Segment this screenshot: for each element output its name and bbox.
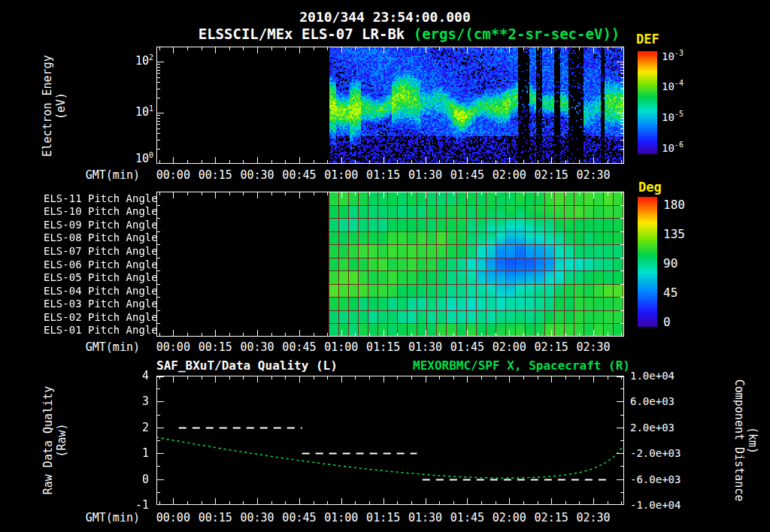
gmt-axis-label-pitch: GMT(min) <box>75 341 140 353</box>
quality-axis-title: Raw Data Quality (Raw) <box>41 350 68 530</box>
deg-tick-label: 0 <box>663 316 701 328</box>
def-tick-label: 10-5 <box>662 111 707 123</box>
def-colorbar-title: DEF <box>636 32 659 47</box>
energy-axis-title-line2: (eV) <box>54 92 68 119</box>
deg-tick-label: 90 <box>663 258 701 270</box>
pitch-row-label: ELS-10 Pitch Angle <box>44 205 153 217</box>
pitch-row-label: ELS-07 Pitch Angle <box>44 245 153 257</box>
def-tick-label: 10-4 <box>662 80 707 92</box>
energy-tick-label: 100 <box>119 153 153 165</box>
instrument-title: ELSSCIL/MEx ELS-07 LR-Bk <box>199 26 405 42</box>
energy-axis-title-line1: Electron Energy <box>41 55 54 156</box>
quality-tick-label: 3 <box>116 395 149 407</box>
energy-axis-title: Electron Energy (eV) <box>41 16 68 196</box>
quality-axis-title-line2: (Raw) <box>55 423 68 457</box>
quality-tick-label: -1 <box>116 499 149 511</box>
pitch-row-label: ELS-02 Pitch Angle <box>44 311 153 323</box>
quality-tick-label: 1 <box>116 447 149 459</box>
left-series-title: SAF_BXuT/Data Quality (L) <box>156 358 338 373</box>
quality-tick-label: 4 <box>116 370 149 382</box>
els-quicklook-window: 2010/344 23:54:00.000 ELSSCIL/MEx ELS-07… <box>0 0 770 532</box>
pitch-angle-heatmap-canvas <box>156 192 624 337</box>
plot-title: ELSSCIL/MEx ELS-07 LR-Bk (ergs/(cm**2-sr… <box>143 26 675 42</box>
distance-tick-label: 2.0e+03 <box>630 422 699 434</box>
distance-tick-label: 1.0e+04 <box>630 370 699 382</box>
deg-colorbar-title: Deg <box>638 180 662 195</box>
distance-tick-label: -2.0e+03 <box>630 447 699 459</box>
def-tick-label: 10-6 <box>662 142 707 154</box>
distance-tick-label: 6.0e+03 <box>630 395 699 407</box>
pitch-row-label: ELS-01 Pitch Angle <box>44 324 153 336</box>
x-tick-label: 02:30 <box>568 512 618 524</box>
energy-tick-label: 101 <box>119 106 153 118</box>
right-series-title: MEXORBMC/SPF X, Spacecraft (R) <box>413 358 630 373</box>
distance-tick-label: -1.0e+04 <box>630 499 699 511</box>
distance-axis-title-line2: (km) <box>746 427 759 454</box>
pitch-row-label: ELS-03 Pitch Angle <box>44 298 153 310</box>
distance-axis-title-line1: Component Distance <box>732 379 746 502</box>
pitch-row-label: ELS-04 Pitch Angle <box>44 285 153 297</box>
gmt-axis-label-line: GMT(min) <box>75 512 140 524</box>
pitch-row-label: ELS-05 Pitch Angle <box>44 271 153 283</box>
units-title: (ergs/(cm**2-sr-sec-eV)) <box>405 26 620 42</box>
x-tick-label: 02:30 <box>568 341 618 353</box>
gmt-axis-label-spec: GMT(min) <box>75 169 140 181</box>
pitch-row-label: ELS-11 Pitch Angle <box>44 192 153 204</box>
energy-tick-label: 102 <box>119 55 153 67</box>
pitch-row-label: ELS-08 Pitch Angle <box>44 231 153 243</box>
pitch-row-label: ELS-06 Pitch Angle <box>44 258 153 271</box>
pitch-row-label: ELS-09 Pitch Angle <box>44 219 153 231</box>
distance-axis-title: Component Distance (km) <box>732 350 759 530</box>
electron-energy-spectrogram-canvas <box>156 47 624 164</box>
deg-tick-label: 180 <box>663 199 701 211</box>
distance-tick-label: -6.0e+03 <box>630 473 699 485</box>
def-tick-label: 10-3 <box>662 50 707 62</box>
def-colorbar <box>638 51 657 154</box>
quality-axis-title-line1: Raw Data Quality <box>41 386 55 495</box>
deg-tick-label: 135 <box>663 228 701 240</box>
x-tick-label: 02:30 <box>568 169 618 181</box>
quality-tick-label: 2 <box>116 422 149 434</box>
bottom-panel-titles: SAF_BXuT/Data Quality (L) MEXORBMC/SPF X… <box>156 358 630 373</box>
quality-tick-label: 0 <box>116 473 149 485</box>
deg-tick-label: 45 <box>663 287 701 299</box>
deg-colorbar <box>638 197 657 327</box>
timeseries-plot-canvas <box>156 376 624 505</box>
datetime-title: 2010/344 23:54:00.000 <box>0 9 770 25</box>
